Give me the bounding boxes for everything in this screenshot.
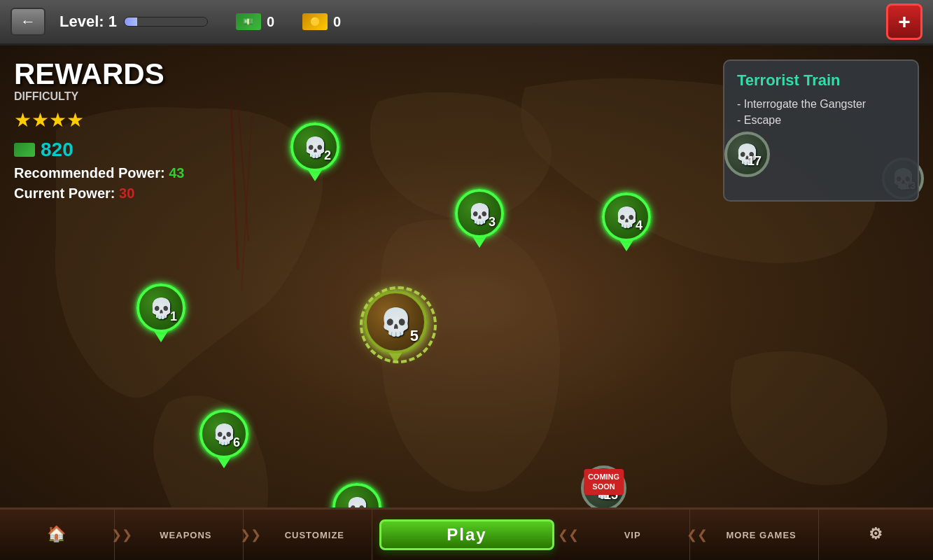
weapons-label: WEAPONS [160,530,211,540]
cur-power-value: 30 [119,186,134,201]
gold-icon: 🟡 [302,13,328,30]
star-3: ★ [49,108,66,132]
node-4-pin [619,240,633,251]
cash-value: 0 [267,14,274,30]
map-node-15[interactable]: 💀 15 COMING SOON [581,465,626,511]
node-17-circle[interactable]: 💀 17 [724,132,770,177]
more-games-button[interactable]: MORE GAMES [704,510,819,560]
node-2-pin [308,170,322,181]
node-3-pin [472,237,486,248]
map-node-6[interactable]: 💀 6 [199,410,248,468]
node-4-circle[interactable]: 💀 4 [602,192,651,241]
star-4: ★ [66,108,84,132]
node-6-label: 6 [233,435,240,450]
add-currency-button[interactable]: + [886,4,923,40]
node-2-label: 2 [324,148,331,163]
node-6-pin [217,457,231,468]
xp-bar [124,17,208,27]
level-label: Level: 1 [59,13,117,31]
node-3-label: 3 [489,215,496,230]
vip-button[interactable]: VIP [575,510,690,560]
weapons-button[interactable]: WEAPONS [129,510,244,560]
rec-power-value: 43 [169,165,184,181]
map-node-3[interactable]: 💀 3 [455,189,504,248]
xp-bar-fill [125,18,137,26]
vip-label: VIP [624,530,641,540]
rec-power-label: Recommended Power: [14,165,165,181]
coming-soon-badge: COMING SOON [584,469,624,495]
node-3-circle[interactable]: 💀 3 [455,189,504,238]
play-button[interactable]: Play [379,519,554,550]
star-2: ★ [31,108,49,132]
settings-button[interactable]: ⚙ [819,510,933,560]
home-button[interactable]: 🏠 [0,510,115,560]
map-node-5[interactable]: 💀 5 [364,290,427,363]
gold-group: 🟡 0 [302,13,341,30]
gold-value: 0 [333,14,341,30]
home-icon: 🏠 [47,525,66,543]
mission-obj-2: - Escape [737,114,905,127]
current-power-row: Current Power: 30 [14,186,184,202]
map-node-4[interactable]: 💀 4 [602,192,651,251]
stars-row: ★ ★ ★ ★ [14,108,184,132]
node-5-label: 5 [410,327,419,345]
back-arrow-icon: ← [20,13,36,31]
gear-icon: ⚙ [869,525,883,543]
star-1: ★ [14,108,31,132]
cash-reward-row: 820 [14,139,184,161]
node-17-panel[interactable]: 💀 17 [724,132,770,177]
mission-title: Terrorist Train [737,71,905,90]
node-5-circle[interactable]: 💀 5 [364,290,427,354]
cash-group: 💵 0 [236,13,274,30]
top-bar: ← Level: 1 💵 0 🟡 0 + [0,0,933,46]
active-ring [360,286,437,363]
cash-reward-value: 820 [41,139,73,161]
rewards-panel: REWARDS DIFFICULTY ★ ★ ★ ★ 820 Recommend… [14,59,184,202]
game-area: REWARDS DIFFICULTY ★ ★ ★ ★ 820 Recommend… [0,46,933,560]
mission-info-panel: Terrorist Train - Interrogate the Gangst… [723,59,919,202]
node-17-label: 17 [748,154,762,169]
node-6-circle[interactable]: 💀 6 [199,410,248,458]
node-4-label: 4 [636,218,643,233]
map-node-2[interactable]: 💀 2 [290,122,339,181]
node-1-circle[interactable]: 💀 1 [136,284,185,332]
play-label: Play [447,525,486,545]
cur-power-label: Current Power: [14,186,115,201]
customize-button[interactable]: CUSTOMIZE [258,510,372,560]
node-1-pin [154,331,168,342]
bottom-bar: 🏠 ❯❯ WEAPONS ❯❯ CUSTOMIZE Play ❮❮ VIP ❮❮… [0,507,933,560]
cash-icon: 💵 [236,13,261,30]
rewards-title: REWARDS [14,59,184,89]
recommended-power-row: Recommended Power: 43 [14,165,184,181]
customize-label: CUSTOMIZE [285,530,344,540]
cash-icon-small [14,143,35,157]
map-node-1[interactable]: 💀 1 [136,284,185,342]
back-button[interactable]: ← [10,8,45,36]
node-1-label: 1 [170,309,177,324]
plus-icon: + [898,10,911,34]
more-games-label: MORE GAMES [726,530,796,540]
mission-obj-1: - Interrogate the Gangster [737,98,905,111]
difficulty-label: DIFFICULTY [14,90,184,103]
node-2-circle[interactable]: 💀 2 [290,122,339,172]
